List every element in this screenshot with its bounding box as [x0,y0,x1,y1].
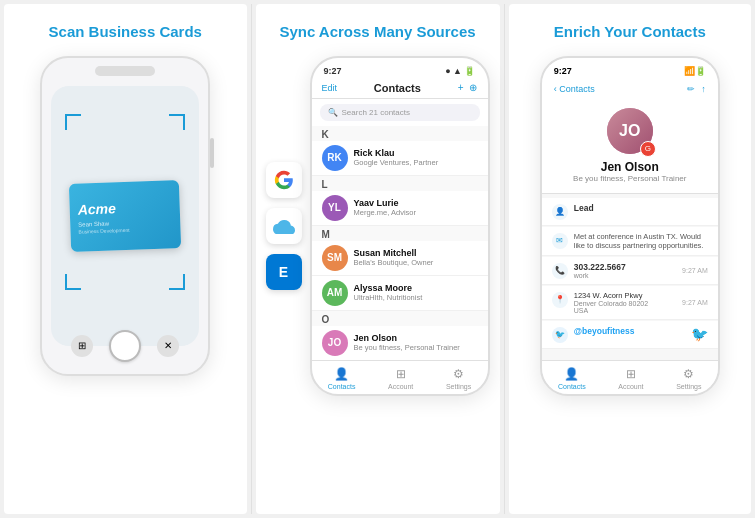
contact-sub: Google Ventures, Partner [354,158,478,167]
section-l: L [312,176,488,191]
contacts-nav-label: Contacts [558,383,586,390]
profile-title: Be you fitness, Personal Trainer [573,174,686,183]
location-icon: 📍 [552,292,568,308]
detail-phone-number: 303.222.5667 [574,262,676,272]
account-nav-label: Account [388,383,413,390]
contact-list: K RK Rick Klau Google Ventures, Partner … [312,126,488,360]
sync-panel: Sync Across Many Sources E [256,4,500,514]
enrich-screen: 9:27 📶🔋 ‹ Contacts ✏ ↑ JO G Jen Olson Be… [542,58,718,394]
contact-name: Rick Klau [354,148,478,158]
action-icons: ✏ ↑ [687,84,706,94]
google-source-icon [266,162,302,198]
detail-list: 👤 Lead ✉ Met at conference in Austin TX.… [542,194,718,360]
detail-time: 9:27 AM [682,299,708,306]
note-icon: ✉ [552,233,568,249]
status-bar: 9:27 ● ▲ 🔋 [312,58,488,78]
nav-contacts[interactable]: 👤 Contacts [558,367,586,390]
sync-screen: 9:27 ● ▲ 🔋 Edit Contacts + ⊕ 🔍 Search 21… [312,58,488,394]
back-button[interactable]: ‹ Contacts [554,84,595,94]
shutter-button[interactable] [109,330,141,362]
section-o: O [312,311,488,326]
scan-corner-br [169,274,185,290]
settings-nav-icon: ⚙ [683,367,694,381]
gallery-icon[interactable]: ⊞ [71,335,93,357]
detail-twitter: 🐦 @beyoufitness 🐦 [542,321,718,349]
account-nav-icon: ⊞ [396,367,406,381]
detail-lead: 👤 Lead [542,198,718,226]
status-time: 9:27 [324,66,342,76]
avatar: YL [322,195,348,221]
avatar: SM [322,245,348,271]
detail-address-text: 1234 W. Acorn Pkwy [574,291,676,300]
phone-mockup-sync: 9:27 ● ▲ 🔋 Edit Contacts + ⊕ 🔍 Search 21… [310,56,490,396]
card-logo: Acme [78,197,173,216]
scan-corner-tr [169,114,185,130]
section-k: K [312,126,488,141]
scan-corner-tl [65,114,81,130]
detail-label: Lead [574,203,708,213]
nav-settings[interactable]: ⚙ Settings [676,367,701,390]
contact-name: Alyssa Moore [354,283,478,293]
contact-alyssa-moore[interactable]: AM Alyssa Moore UltraHlth, Nutritionist [312,276,488,311]
contact-name: Yaav Lurie [354,198,478,208]
edit-button[interactable]: Edit [322,83,338,93]
search-icon: 🔍 [328,108,338,117]
nav-account[interactable]: ⊞ Account [618,367,643,390]
phone-screen: Acme Sean Shaw Business Development [51,86,199,346]
lead-icon: 👤 [552,204,568,220]
status-icons: 📶🔋 [684,66,706,76]
phone-mockup-enrich: 9:27 📶🔋 ‹ Contacts ✏ ↑ JO G Jen Olson Be… [540,56,720,396]
phone-mockup-scan: Acme Sean Shaw Business Development ⊞ ✕ [40,56,210,376]
google-badge: G [640,141,656,157]
nav-contacts[interactable]: 👤 Contacts [328,367,356,390]
bottom-nav: 👤 Contacts ⊞ Account ⚙ Settings [542,360,718,394]
contact-sub: Be you fitness, Personal Trainer [354,343,478,352]
contact-rick-klau[interactable]: RK Rick Klau Google Ventures, Partner [312,141,488,176]
status-icons: ● ▲ 🔋 [445,66,475,76]
phone-bottom-controls: ⊞ ✕ [71,330,179,362]
exchange-source-icon: E [266,254,302,290]
status-bar: 9:27 📶🔋 [542,58,718,80]
nav-settings[interactable]: ⚙ Settings [446,367,471,390]
detail-time: 9:27 AM [682,267,708,274]
add-icon[interactable]: + [458,82,464,93]
avatar: JO [322,330,348,356]
contact-sub: UltraHlth, Nutritionist [354,293,478,302]
contact-jen-olson[interactable]: JO Jen Olson Be you fitness, Personal Tr… [312,326,488,360]
detail-address-line3: USA [574,307,676,314]
phone-icon: 📞 [552,263,568,279]
twitter-logo: 🐦 [691,326,708,342]
contact-yaav-lurie[interactable]: YL Yaav Lurie Merge.me, Advisor [312,191,488,226]
detail-note-text: Met at conference in Austin TX. Would li… [574,232,708,250]
filter-icon[interactable]: ⊕ [469,82,477,93]
settings-nav-icon: ⚙ [453,367,464,381]
settings-nav-label: Settings [446,383,471,390]
icloud-source-icon [266,208,302,244]
avatar: AM [322,280,348,306]
enrich-header: ‹ Contacts ✏ ↑ [542,80,718,98]
section-m: M [312,226,488,241]
nav-account[interactable]: ⊞ Account [388,367,413,390]
contact-susan-mitchell[interactable]: SM Susan Mitchell Bella's Boutique, Owne… [312,241,488,276]
profile-section: JO G Jen Olson Be you fitness, Personal … [542,98,718,194]
business-card: Acme Sean Shaw Business Development [69,180,181,252]
detail-phone: 📞 303.222.5667 work 9:27 AM [542,257,718,285]
detail-twitter-handle: @beyoufitness [574,326,685,336]
share-icon[interactable]: ↑ [701,84,706,94]
twitter-icon: 🐦 [552,327,568,343]
search-placeholder: Search 21 contacts [342,108,410,117]
edit-icon[interactable]: ✏ [687,84,695,94]
account-nav-label: Account [618,383,643,390]
detail-address: 📍 1234 W. Acorn Pkwy Denver Colorado 802… [542,286,718,320]
search-bar[interactable]: 🔍 Search 21 contacts [320,104,480,121]
contacts-nav-icon: 👤 [334,367,349,381]
phone-notch [95,66,155,76]
close-icon[interactable]: ✕ [157,335,179,357]
enrich-time: 9:27 [554,66,572,76]
detail-phone-type: work [574,272,676,279]
scan-panel: Scan Business Cards Acme Sean Shaw Busin… [4,4,247,514]
bottom-nav: 👤 Contacts ⊞ Account ⚙ Settings [312,360,488,394]
contact-sub: Bella's Boutique, Owner [354,258,478,267]
enrich-panel: Enrich Your Contacts 9:27 📶🔋 ‹ Contacts … [509,4,752,514]
contact-name: Jen Olson [354,333,478,343]
